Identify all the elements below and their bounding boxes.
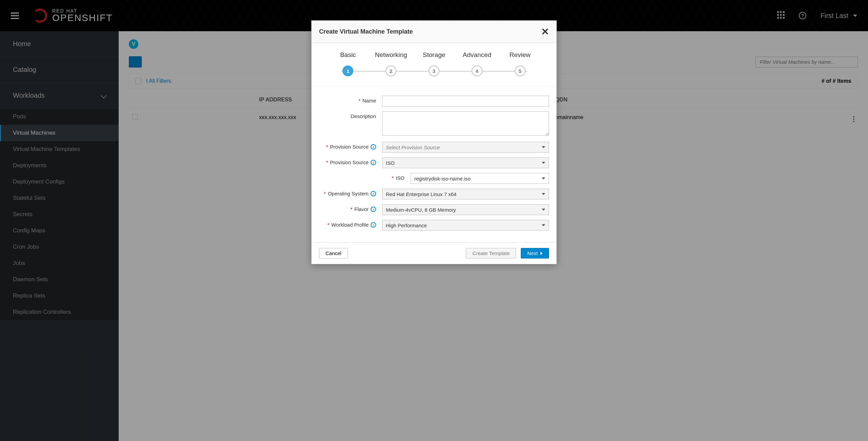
iso-select[interactable]: registrydisk-iso-name.iso bbox=[411, 173, 549, 184]
info-icon[interactable]: i bbox=[371, 191, 376, 196]
wizard-modal: Create Virtual Machine Template ✕ Basic … bbox=[311, 20, 557, 264]
info-icon[interactable]: i bbox=[371, 160, 376, 165]
provision-source-select[interactable]: ISO bbox=[382, 157, 549, 168]
modal-header: Create Virtual Machine Template ✕ bbox=[312, 21, 556, 43]
provision-source-select-unset[interactable]: Select Provision Source bbox=[382, 142, 549, 153]
workload-label: Workload Profile bbox=[331, 222, 369, 228]
create-template-button[interactable]: Create Template bbox=[466, 248, 516, 258]
modal-footer: Cancel Create Template Next bbox=[312, 242, 556, 264]
name-input[interactable] bbox=[382, 96, 549, 107]
caret-down-icon bbox=[542, 177, 545, 179]
modal-title: Create Virtual Machine Template bbox=[319, 28, 413, 35]
flavor-select[interactable]: Medium-4vCPU, 8 GB Memory bbox=[382, 204, 549, 215]
name-label: Name bbox=[362, 98, 376, 103]
step-networking[interactable]: Networking 2 bbox=[370, 51, 413, 76]
caret-down-icon bbox=[542, 224, 545, 226]
modal-backdrop[interactable]: Create Virtual Machine Template ✕ Basic … bbox=[0, 0, 868, 441]
info-icon[interactable]: i bbox=[371, 222, 376, 228]
next-button[interactable]: Next bbox=[521, 248, 549, 258]
provision-source-label-1: Provision Source bbox=[330, 144, 369, 150]
step-basic[interactable]: Basic 1 bbox=[327, 51, 370, 76]
caret-down-icon bbox=[542, 193, 545, 195]
workload-select[interactable]: High Performance bbox=[382, 220, 549, 231]
info-icon[interactable]: i bbox=[371, 207, 376, 212]
wizard-steps: Basic 1 Networking 2 Storage 3 Advanced … bbox=[312, 43, 556, 87]
caret-down-icon bbox=[542, 162, 545, 164]
description-input[interactable] bbox=[382, 111, 549, 136]
caret-down-icon bbox=[542, 146, 545, 148]
step-review[interactable]: Review 5 bbox=[498, 51, 541, 76]
chevron-right-icon bbox=[540, 252, 542, 255]
step-advanced[interactable]: Advanced 4 bbox=[455, 51, 498, 76]
provision-source-label-2: Provision Source bbox=[330, 159, 369, 165]
caret-down-icon bbox=[542, 209, 545, 211]
os-label: Operating System bbox=[328, 191, 369, 196]
description-label: Description bbox=[351, 113, 376, 119]
close-icon[interactable]: ✕ bbox=[541, 26, 549, 37]
os-select[interactable]: Red Hat Enterprise Linux 7 x64 bbox=[382, 189, 549, 199]
flavor-label: Flavor bbox=[354, 206, 369, 212]
step-storage[interactable]: Storage 3 bbox=[413, 51, 456, 76]
cancel-button[interactable]: Cancel bbox=[319, 248, 348, 258]
modal-body: *Name Description *Provision Sourcei Sel… bbox=[312, 87, 556, 242]
iso-label: ISO bbox=[396, 175, 405, 181]
info-icon[interactable]: i bbox=[371, 144, 376, 150]
